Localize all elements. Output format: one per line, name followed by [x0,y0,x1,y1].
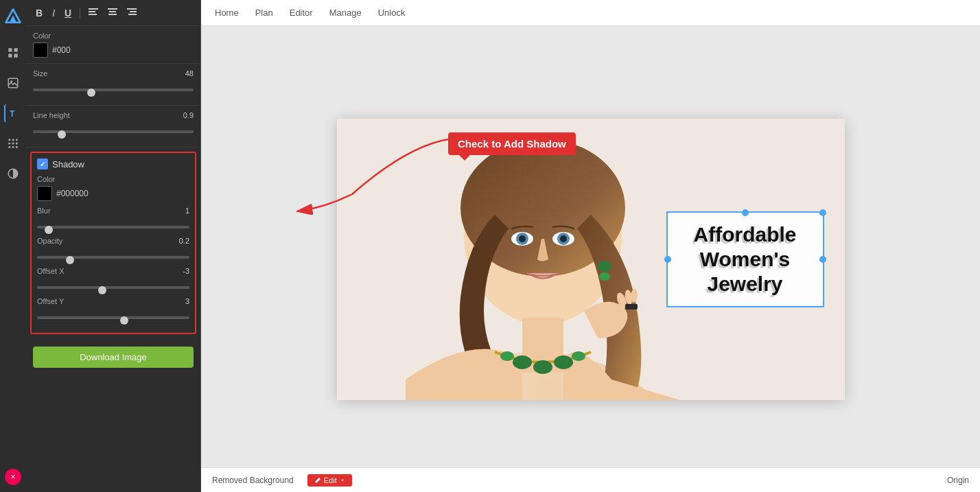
shadow-title: Shadow [52,159,84,169]
size-value: 48 [185,69,194,78]
svg-point-7 [8,139,10,141]
toolbar-divider [80,8,80,19]
blur-slider[interactable] [37,226,189,229]
align-center-button[interactable] [105,5,120,20]
align-right-button[interactable] [124,5,139,20]
close-button[interactable]: × [5,469,21,485]
size-slider[interactable] [33,89,194,91]
color-hex-value: #000 [52,45,71,55]
svg-point-43 [598,261,611,272]
bottom-bar: Removed Background Edit Origin [201,467,980,492]
opacity-value: 0.2 [179,237,189,245]
blur-value: 1 [185,207,189,215]
sidebar-icon-image[interactable] [4,74,22,92]
sidebar-icon-pattern[interactable] [4,134,22,152]
offset-x-label: Offset X [37,267,65,275]
svg-rect-18 [89,11,95,12]
svg-point-9 [16,139,18,141]
svg-point-42 [572,351,585,361]
handle-mid-right[interactable] [819,256,826,263]
italic-button[interactable]: I [49,6,58,20]
svg-rect-22 [108,14,117,15]
overlay-text: Affordable Women's Jewelry [680,222,810,296]
svg-point-33 [519,235,526,242]
callout-tooltip: Check to Add Shadow [448,132,576,155]
color-swatch[interactable] [33,43,48,58]
opacity-slider[interactable] [37,256,189,259]
line-height-slider[interactable] [33,130,194,133]
blur-label: Blur [37,207,51,215]
nav-plan[interactable]: Plan [255,8,273,18]
shadow-color-label: Color [37,175,189,183]
origin-label: Origin [947,476,969,485]
svg-point-14 [12,146,14,148]
edit-button[interactable]: Edit [307,474,352,487]
svg-rect-1 [14,48,18,51]
svg-text:T: T [10,109,15,119]
shadow-header: Shadow [37,159,189,169]
svg-point-15 [16,146,18,148]
shadow-checkbox[interactable] [37,159,48,169]
handle-top-right[interactable] [819,209,826,216]
shadow-color-swatch[interactable] [37,186,52,201]
bold-button[interactable]: B [33,6,45,20]
nav-manage[interactable]: Manage [329,8,362,18]
text-toolbar: B I U [26,0,200,26]
svg-rect-20 [108,8,117,10]
app-logo[interactable] [3,7,23,26]
offset-y-label: Offset Y [37,297,64,305]
svg-rect-21 [109,11,116,12]
svg-rect-0 [8,48,12,51]
nav-home[interactable]: Home [215,8,239,18]
offset-x-value: -3 [183,267,189,275]
color-section: Color #000 [26,26,200,64]
shadow-section: Shadow Color #000000 Blur 1 Opacity 0.2 … [30,152,196,334]
offset-y-slider[interactable] [37,316,189,319]
size-section: Size 48 [26,64,200,106]
top-nav: Home Plan Editor Manage Unlock [201,0,980,26]
svg-point-8 [12,139,14,141]
size-label: Size [33,69,47,78]
handle-top-center[interactable] [742,209,749,216]
offset-x-slider[interactable] [37,286,189,289]
svg-point-38 [513,355,532,369]
svg-point-44 [599,272,610,281]
canvas-area: Home Plan Editor Manage Unlock Check to … [201,0,980,492]
svg-point-10 [8,143,10,145]
sidebar-icon-text[interactable]: T [4,104,22,122]
sidebar-icon-grid[interactable] [4,44,22,62]
text-overlay[interactable]: Affordable Women's Jewelry [666,211,824,307]
svg-rect-23 [127,8,137,10]
opacity-label: Opacity [37,237,62,245]
svg-rect-17 [89,8,98,10]
svg-point-12 [16,143,18,145]
offset-y-value: 3 [185,297,189,305]
canvas-workspace: Check to Add Shadow [201,26,980,492]
svg-rect-3 [14,54,18,58]
svg-rect-48 [625,304,638,309]
color-label: Color [33,32,194,40]
svg-rect-24 [130,11,137,12]
nav-unlock[interactable]: Unlock [378,8,406,18]
svg-point-11 [12,143,14,145]
shadow-color-value: #000000 [56,189,89,198]
tools-panel: B I U Color #000 Size 48 Line [26,0,201,492]
canvas-image: Affordable Women's Jewelry [337,119,845,400]
line-height-label: Line height [33,111,70,119]
svg-point-13 [8,146,10,148]
handle-mid-left[interactable] [664,256,671,263]
nav-editor[interactable]: Editor [290,8,313,18]
sidebar-icon-contrast[interactable] [4,165,22,183]
svg-rect-25 [128,14,137,15]
download-button[interactable]: Download Image [33,347,194,368]
align-left-button[interactable] [86,5,101,20]
svg-rect-19 [89,14,97,15]
removed-bg-label: Removed Background [212,476,294,485]
svg-point-41 [500,351,514,361]
svg-point-36 [560,235,567,242]
icon-sidebar: T × [0,0,26,492]
svg-point-39 [533,360,552,374]
underline-button[interactable]: U [62,6,74,20]
line-height-value: 0.9 [183,111,194,119]
line-height-section: Line height 0.9 [26,106,200,148]
